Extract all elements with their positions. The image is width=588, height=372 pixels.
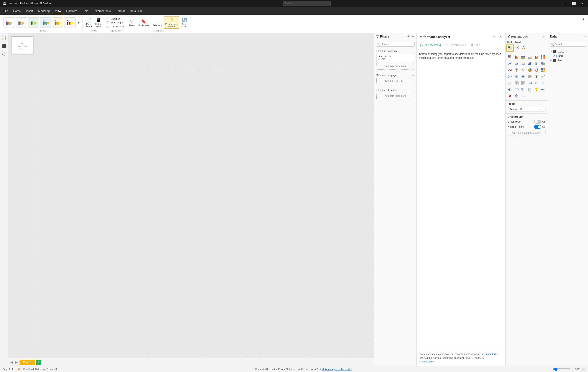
- data-tree-view1[interactable]: ▶ ⬛ view1: [548, 58, 588, 63]
- filters-eye-icon[interactable]: 👁: [407, 35, 410, 38]
- viz-trophy[interactable]: [534, 87, 540, 93]
- expand-perf-panel-button[interactable]: ≫: [491, 35, 497, 39]
- theme-more-button[interactable]: ▾: [76, 17, 81, 29]
- refresh-visuals-button[interactable]: ↺ Refresh visuals: [444, 43, 468, 48]
- undo-icon[interactable]: ↩: [9, 1, 13, 6]
- viz-diamond[interactable]: [514, 93, 520, 99]
- filters-button[interactable]: ▽ Filters: [128, 17, 136, 29]
- page-tab-prev[interactable]: ◀: [10, 360, 14, 364]
- menu-external-tools[interactable]: External tools: [91, 8, 113, 14]
- viz-stacked-col[interactable]: [520, 54, 526, 60]
- theme-thumb-4[interactable]: Aa: [40, 17, 51, 28]
- viz-shape-map[interactable]: [527, 73, 533, 80]
- data-tree-table1[interactable]: ▼ ⬛ table1: [548, 49, 588, 54]
- page-tab-1[interactable]: Page 1: [20, 360, 35, 365]
- zoom-slider[interactable]: [553, 367, 570, 371]
- page-tab-next[interactable]: ▶: [15, 360, 19, 364]
- menu-help[interactable]: Help: [80, 8, 91, 14]
- pill-remove-icon[interactable]: ✕: [542, 108, 544, 111]
- viz-100-stacked-bar[interactable]: [527, 54, 533, 60]
- menu-data-drill[interactable]: Data / Drill: [127, 8, 146, 14]
- viz-funnel[interactable]: [514, 67, 520, 73]
- save-icon[interactable]: 💾: [2, 1, 7, 6]
- viz-r-script[interactable]: R: [534, 80, 540, 86]
- viz-100-stacked-col[interactable]: [540, 54, 546, 60]
- model-view-icon[interactable]: ⬡: [1, 51, 7, 58]
- viz-ribbon[interactable]: [540, 61, 546, 67]
- snap-to-grid-checkbox[interactable]: [106, 21, 109, 24]
- viz-text[interactable]: T: [534, 73, 540, 80]
- mobile-layout-button[interactable]: 📱 Mobilelayout: [94, 17, 103, 29]
- viz-pin-map[interactable]: [507, 93, 513, 99]
- data-panel-expand-icon[interactable]: ≫: [583, 35, 586, 38]
- add-visual-field-btn[interactable]: Add data fields here: [376, 63, 414, 70]
- menu-insert[interactable]: Insert: [23, 8, 36, 14]
- theme-thumb-6[interactable]: Aa: [64, 17, 75, 28]
- viz-stacked-area[interactable]: [520, 61, 526, 67]
- menu-file[interactable]: File: [1, 8, 11, 14]
- viz-line-clustered[interactable]: [527, 61, 533, 67]
- filters-on-visual-more[interactable]: •••: [411, 50, 414, 52]
- maximize-button[interactable]: ⬜: [569, 0, 578, 7]
- viz-icon-ai[interactable]: [514, 44, 520, 51]
- gridlines-check[interactable]: Gridlines: [106, 18, 124, 21]
- page-thumbnail[interactable]: 1 Sum of col1 ▽ •••: [11, 36, 33, 54]
- make-changes-link[interactable]: Make changes to this model: [322, 368, 352, 371]
- filters-search-input[interactable]: [376, 42, 415, 47]
- snap-to-grid-check[interactable]: Snap to grid: [106, 21, 124, 24]
- menu-home[interactable]: Home: [11, 8, 23, 14]
- report-view-icon[interactable]: 📊: [1, 35, 7, 41]
- lock-objects-check[interactable]: Lock objects: [106, 25, 124, 28]
- start-recording-button[interactable]: ▷ Start recording: [419, 43, 442, 48]
- lock-objects-checkbox[interactable]: [106, 25, 109, 28]
- viz-expand-icon[interactable]: ≫: [542, 35, 546, 38]
- viz-line[interactable]: [507, 61, 513, 67]
- viz-table[interactable]: [514, 80, 520, 86]
- add-page-button[interactable]: +: [36, 360, 41, 365]
- theme-thumb-1[interactable]: Aa: [3, 17, 15, 28]
- viz-icon-decomp[interactable]: [521, 44, 527, 51]
- theme-thumb-3[interactable]: Aa: [28, 17, 39, 28]
- menu-optimize[interactable]: Optimize: [63, 8, 80, 14]
- add-page-field-btn[interactable]: Add data fields here: [376, 78, 414, 84]
- viz-more[interactable]: •••: [520, 93, 526, 99]
- filters-expand-icon[interactable]: ≫: [411, 35, 414, 38]
- viz-line-stacked[interactable]: [534, 61, 540, 67]
- fit-page-icon[interactable]: ⬜: [582, 367, 585, 371]
- data-tree-col1[interactable]: ✓ Σ col1: [548, 54, 588, 58]
- viz-card[interactable]: 123: [527, 80, 533, 86]
- viz-stacked-bar[interactable]: [507, 54, 513, 60]
- stop-button[interactable]: ⏹ Stop: [470, 43, 482, 48]
- selection-button[interactable]: ⬚ Selection: [151, 17, 163, 29]
- close-perf-panel-button[interactable]: ✕: [498, 35, 503, 39]
- keep-all-filters-toggle[interactable]: [534, 125, 541, 129]
- viz-pie[interactable]: [527, 67, 533, 73]
- viz-map[interactable]: [507, 73, 513, 80]
- collapse-ribbon-button[interactable]: ▲: [581, 17, 586, 22]
- viz-python-script[interactable]: Py: [540, 80, 546, 86]
- viz-waterfall[interactable]: [507, 67, 513, 73]
- viz-paginated-report[interactable]: [527, 87, 533, 93]
- viz-matrix[interactable]: [520, 80, 526, 86]
- zoom-minus-icon[interactable]: −: [550, 368, 551, 371]
- zoom-plus-icon[interactable]: +: [572, 368, 573, 371]
- minimize-button[interactable]: —: [561, 0, 569, 7]
- viz-qa[interactable]: ?: [520, 87, 526, 93]
- canvas-inner[interactable]: 1 Sum of col1 ▽ •••: [8, 33, 374, 358]
- support-site-link[interactable]: support site: [485, 353, 497, 355]
- pill-dropdown-icon[interactable]: ▾: [540, 108, 541, 111]
- cross-report-toggle[interactable]: [534, 120, 542, 124]
- theme-thumb-5[interactable]: Aa: [52, 17, 63, 28]
- viz-kpi[interactable]: [540, 73, 546, 80]
- title-search-input[interactable]: [283, 1, 331, 6]
- gridlines-checkbox[interactable]: [106, 18, 109, 21]
- menu-view[interactable]: View: [52, 8, 63, 14]
- viz-clustered-bar[interactable]: [514, 54, 520, 60]
- menu-format[interactable]: Format: [113, 8, 127, 14]
- viz-gauge[interactable]: [507, 87, 513, 93]
- add-all-pages-field-btn[interactable]: Add data fields here: [376, 93, 414, 99]
- menu-modeling[interactable]: Modeling: [36, 8, 52, 14]
- viz-field-pill[interactable]: Sum of col1 ▾ ✕: [508, 107, 546, 112]
- data-search-input[interactable]: [550, 42, 586, 47]
- viz-icon-table[interactable]: [506, 44, 514, 52]
